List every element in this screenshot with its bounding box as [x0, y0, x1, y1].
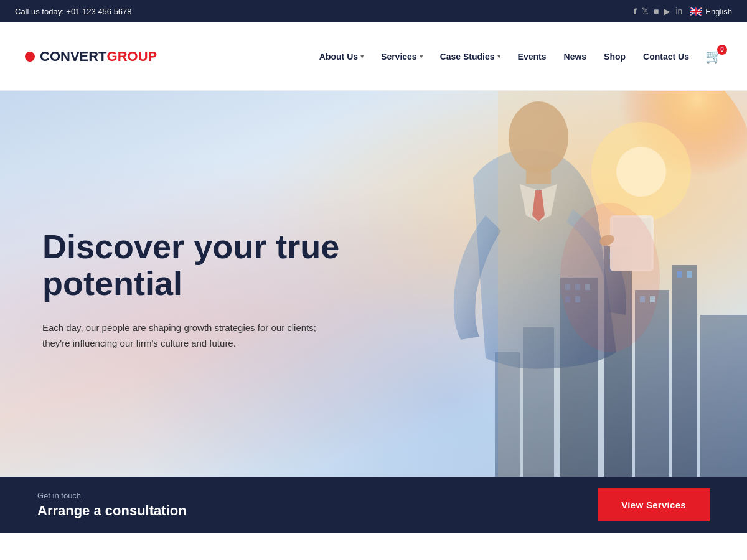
cta-text-wrap: Get in touch Arrange a consultation	[37, 491, 187, 519]
logo-group: GROUP	[107, 49, 157, 64]
linkedin-icon[interactable]: in	[675, 6, 682, 16]
cta-bar: Get in touch Arrange a consultation View…	[0, 477, 747, 533]
logo[interactable]: CONVERTGROUP	[25, 49, 157, 65]
flag-icon: 🇬🇧	[690, 6, 702, 17]
svg-point-28	[560, 203, 660, 352]
services-dropdown-arrow: ▾	[420, 53, 423, 60]
language-label: English	[705, 7, 732, 16]
view-services-button[interactable]: View Services	[598, 488, 710, 521]
nav-contact-us[interactable]: Contact Us	[637, 47, 695, 67]
phone-label: Call us today: +01 123 456 5678	[15, 7, 132, 16]
twitter-icon[interactable]: 𝕏	[642, 6, 649, 16]
hero-title: Discover your true potential	[42, 228, 366, 302]
cart-button[interactable]: 🛒 0	[705, 49, 722, 65]
cart-badge: 0	[717, 45, 727, 55]
logo-text: CONVERTGROUP	[40, 49, 157, 65]
nav-shop[interactable]: Shop	[598, 47, 632, 67]
nav-services[interactable]: Services ▾	[375, 47, 429, 67]
phone-info: Call us today: +01 123 456 5678	[15, 7, 132, 16]
logo-convert: CONVERT	[40, 49, 107, 64]
hero-content: Discover your true potential Each day, o…	[42, 228, 366, 352]
about-dropdown-arrow: ▾	[360, 53, 364, 60]
cta-small-text: Get in touch	[37, 491, 187, 500]
nav-case-studies[interactable]: Case Studies ▾	[434, 47, 507, 67]
hero-image	[311, 91, 747, 477]
main-header: CONVERTGROUP About Us ▾ Services ▾ Case …	[0, 22, 747, 91]
hero-subtitle: Each day, our people are shaping growth …	[42, 320, 316, 352]
social-icons: 𝐟 𝕏 ■ ▶ in	[634, 6, 682, 17]
youtube-icon[interactable]: ▶	[664, 6, 670, 16]
language-selector[interactable]: 🇬🇧 English	[690, 6, 732, 17]
case-studies-dropdown-arrow: ▾	[497, 53, 500, 60]
nav-news[interactable]: News	[558, 47, 593, 67]
nav-about-us[interactable]: About Us ▾	[313, 47, 370, 67]
hero-section: Discover your true potential Each day, o…	[0, 91, 747, 477]
instagram-icon[interactable]: ■	[654, 6, 659, 16]
top-bar-right: 𝐟 𝕏 ■ ▶ in 🇬🇧 English	[634, 6, 732, 17]
cta-large-text: Arrange a consultation	[37, 503, 187, 519]
logo-dot	[25, 52, 35, 62]
top-bar: Call us today: +01 123 456 5678 𝐟 𝕏 ■ ▶ …	[0, 0, 747, 22]
nav-events[interactable]: Events	[512, 47, 553, 67]
main-nav: About Us ▾ Services ▾ Case Studies ▾ Eve…	[313, 47, 722, 67]
facebook-icon[interactable]: 𝐟	[634, 6, 637, 17]
